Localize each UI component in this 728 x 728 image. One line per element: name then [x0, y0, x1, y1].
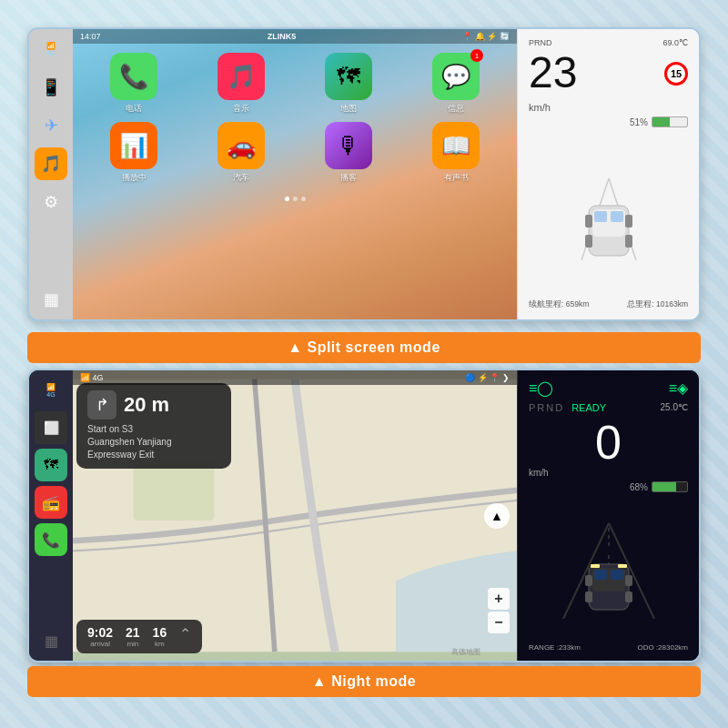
- app-nowplaying-label: 播放中: [122, 172, 147, 184]
- night-screen-icon: ⬜: [35, 411, 67, 444]
- nav-instruction-card: ↱ 20 m Start on S3 Guangshen Yanjiang Ex…: [76, 383, 231, 469]
- night-battery-row: 68%: [529, 481, 688, 492]
- night-car-road-svg: [550, 519, 668, 619]
- night-prnd-row: PRND READY: [529, 402, 606, 413]
- messages-badge: 1: [470, 49, 483, 62]
- night-mode-label: ▲ Night mode: [27, 666, 701, 697]
- sidebar-phone-icon: 📱: [35, 71, 67, 104]
- night-status-left: 📶 4G: [80, 373, 104, 382]
- eta-min: 21 min: [126, 625, 140, 648]
- svg-rect-4: [594, 211, 607, 222]
- battery-percent: 51%: [630, 117, 648, 127]
- map-recenter-button[interactable]: ▲: [484, 503, 510, 529]
- sidebar-plane-icon: ✈: [35, 109, 67, 142]
- night-battery-fill: [652, 482, 676, 491]
- sidebar-grid-icon: ▦: [35, 283, 67, 316]
- night-odometer-row: RANGE :233km ODO :28302km: [529, 643, 688, 652]
- night-status-bar: 📶 4G 🔵 ⚡ 📍 ❯: [73, 370, 517, 385]
- map-zoom-controls: + −: [488, 588, 510, 633]
- status-time: 14:07: [80, 32, 101, 41]
- svg-rect-8: [585, 235, 592, 248]
- status-icons: 📍 🔔 ⚡ 🔄: [462, 32, 510, 41]
- night-status-icons: 🔵 ⚡ 📍 ❯: [465, 373, 510, 382]
- nav-distance: 20 m: [124, 393, 169, 417]
- night-ready: READY: [571, 402, 606, 413]
- cluster-top-row: PRND 69.0℃: [529, 38, 688, 47]
- svg-rect-5: [611, 211, 623, 222]
- svg-rect-22: [618, 564, 627, 568]
- eta-km: 16 km: [153, 625, 167, 648]
- zoom-in-button[interactable]: +: [488, 588, 510, 610]
- eta-km-label: km: [155, 640, 165, 648]
- nav-card-top: ↱ 20 m: [87, 390, 220, 420]
- svg-rect-6: [585, 215, 592, 228]
- speed-limit-badge: 15: [664, 62, 688, 86]
- eta-min-value: 21: [126, 625, 140, 640]
- night-sidebar: 📶 4G ⬜ 🗺 📻 📞 ▦: [29, 370, 73, 661]
- night-battery-pct: 68%: [630, 482, 648, 492]
- app-podcasts[interactable]: 🎙 播客: [298, 122, 399, 184]
- night-phone-icon: 📞: [35, 523, 67, 556]
- fog-light-icon: ≡◈: [669, 379, 688, 397]
- odo-label: 总里程: 10163km: [627, 299, 688, 310]
- nav-eta-row: 9:02 arrival 21 min 16 km ⌃: [76, 620, 202, 653]
- messages-icon: 💬: [441, 63, 470, 91]
- night-speed-unit: km/h: [529, 468, 688, 478]
- odometer-row: 续航里程: 659km 总里程: 10163km: [529, 299, 688, 310]
- app-maps[interactable]: 🗺 地图: [298, 53, 399, 115]
- night-gear: PRND: [529, 402, 564, 413]
- eta-arrival-value: 9:02: [87, 625, 113, 640]
- night-cluster-icons: ≡◯ ≡◈: [529, 379, 688, 397]
- app-phone[interactable]: 📞 电话: [84, 53, 184, 115]
- cluster-speed: 23: [529, 51, 577, 95]
- headlight-icon: ≡◯: [529, 379, 553, 397]
- phone-icon: 📞: [119, 63, 148, 91]
- cluster-temp: 69.0℃: [662, 38, 688, 47]
- app-audiobooks-label: 有声书: [444, 172, 469, 184]
- maps-icon: 🗺: [337, 63, 360, 91]
- night-car-view: [529, 498, 688, 640]
- svg-rect-9: [625, 235, 632, 248]
- status-appname: ZLINK5: [268, 32, 297, 41]
- app-audiobooks[interactable]: 📖 有声书: [406, 122, 506, 184]
- app-phone-label: 电话: [126, 103, 142, 115]
- split-cluster: PRND 69.0℃ 23 15 km/h 51%: [517, 29, 699, 319]
- night-speed: 0: [595, 419, 622, 466]
- app-music-label: 音乐: [233, 103, 249, 115]
- app-music[interactable]: 🎵 音乐: [191, 53, 291, 115]
- podcasts-icon: 🎙: [337, 132, 360, 160]
- night-mode-section: 📶 4G ⬜ 🗺 📻 📞 ▦ 📶 4G 🔵 ⚡ 📍 ❯: [27, 369, 701, 662]
- dot-2: [293, 197, 298, 201]
- night-maps-icon: 🗺: [35, 449, 67, 481]
- svg-rect-23: [585, 575, 592, 586]
- night-cluster: ≡◯ ≡◈ PRND READY 25.0℃ 0 km/h 68%: [517, 370, 699, 661]
- night-odo-label: ODO :28302km: [637, 643, 688, 652]
- battery-row: 51%: [529, 116, 688, 127]
- eta-arrival-label: arrival: [90, 640, 110, 648]
- night-range-label: RANGE :233km: [529, 643, 581, 652]
- night-temp: 25.0℃: [661, 402, 688, 417]
- sidebar-signal-icon: 📶 4G: [35, 33, 67, 66]
- zoom-out-button[interactable]: −: [488, 612, 510, 633]
- split-mode-label: ▲ Split screen mode: [27, 332, 701, 363]
- svg-rect-21: [591, 564, 600, 568]
- sidebar-settings-icon: ⚙: [35, 186, 67, 218]
- nav-instruction-text: Start on S3 Guangshen Yanjiang Expresswa…: [87, 423, 220, 461]
- eta-expand-button[interactable]: ⌃: [179, 625, 191, 648]
- app-car[interactable]: 🚗 汽车: [191, 122, 291, 184]
- nav-turn-icon: ↱: [87, 390, 116, 420]
- svg-rect-19: [594, 570, 607, 580]
- prnd-row: 23 15: [529, 51, 688, 96]
- svg-rect-26: [625, 592, 632, 602]
- app-podcasts-label: 播客: [340, 172, 357, 184]
- car-icon: 🚗: [227, 132, 256, 160]
- eta-arrival: 9:02 arrival: [87, 625, 113, 648]
- carplay-status-bar: 14:07 ZLINK5 📍 🔔 ⚡ 🔄: [73, 29, 517, 44]
- app-messages[interactable]: 💬 1 信息: [406, 53, 506, 115]
- split-screen-display: 📶 4G 📱 ✈ 🎵 ⚙ ▦ 14:07 ZLINK5 📍 🔔 ⚡ 🔄: [27, 27, 701, 321]
- svg-rect-24: [625, 575, 632, 586]
- app-nowplaying[interactable]: 📊 播放中: [84, 122, 184, 184]
- night-radio-icon: 📻: [35, 486, 67, 519]
- app-maps-label: 地图: [340, 103, 357, 115]
- battery-fill: [652, 117, 670, 126]
